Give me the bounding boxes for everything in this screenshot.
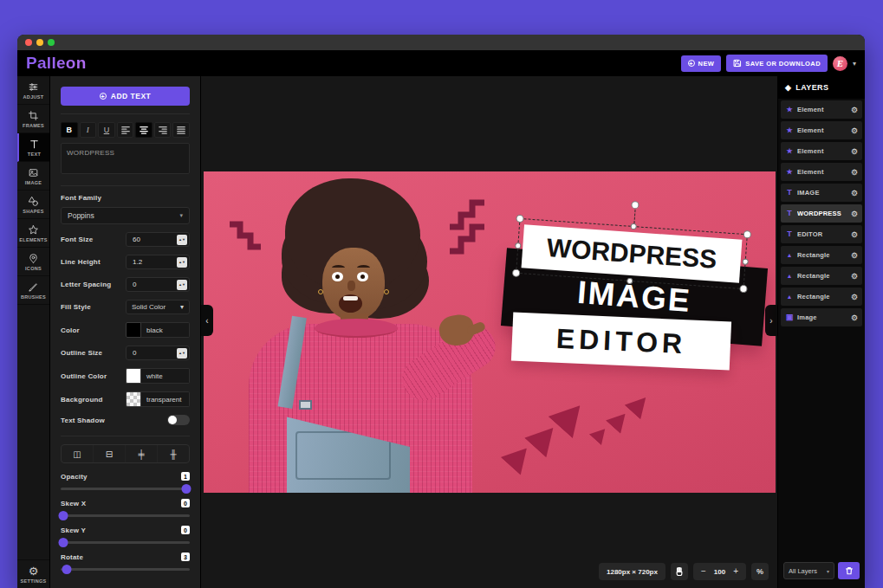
sidebar-item-text[interactable]: TEXT [17,133,49,162]
layer-row[interactable]: Rectangle [781,288,862,306]
layer-row[interactable]: EDITOR [781,225,862,243]
color-swatch[interactable] [126,322,141,338]
save-or-download-button[interactable]: SAVE OR DOWNLOAD [726,55,828,72]
user-avatar[interactable]: E [833,56,847,71]
layer-gear-icon[interactable] [851,168,858,177]
layer-gear-icon[interactable] [851,106,858,114]
slider-track[interactable] [61,488,190,490]
zoom-percent-button[interactable]: % [751,563,769,580]
pan-hand-button[interactable] [671,563,688,580]
text-content-textarea[interactable]: WORDPRESS [61,143,190,174]
sidebar-item-frames[interactable]: FRAMES [17,105,49,133]
align-justify-button[interactable] [172,122,190,138]
layer-gear-icon[interactable] [851,313,858,322]
align-right-button[interactable] [154,122,172,138]
outline-size-input[interactable]: ▲▼ [126,346,190,360]
rotate-handle[interactable] [631,201,640,210]
triangle-shape[interactable] [549,395,593,439]
underline-button[interactable]: U [98,122,115,138]
line-height-value[interactable] [133,258,166,266]
transparent-swatch[interactable] [126,391,141,407]
center-vertical-button[interactable]: ╫ [158,445,189,462]
background-color-picker[interactable]: transparent [126,391,190,407]
resize-handle[interactable] [630,223,636,229]
flip-horizontal-button[interactable]: ◫ [62,445,94,462]
resize-handle[interactable] [516,215,524,223]
center-horizontal-button[interactable]: ╪ [126,445,158,462]
font-size-value[interactable] [133,236,166,243]
maximize-window-button[interactable] [48,39,55,46]
layer-gear-icon[interactable] [851,230,858,239]
layer-row[interactable]: Image [781,308,862,326]
stepper-icon[interactable]: ▲▼ [177,280,187,290]
zoom-in-button[interactable]: + [733,567,738,576]
layer-gear-icon[interactable] [851,189,858,197]
sidebar-item-image[interactable]: IMAGE [17,162,49,191]
flip-vertical-button[interactable]: ⊟ [94,445,126,462]
delete-layer-button[interactable] [838,562,860,579]
italic-button[interactable]: I [80,122,97,138]
sidebar-item-shapes[interactable]: SHAPES [17,191,49,219]
collapse-left-panel-button[interactable]: ‹ [201,305,213,336]
layer-gear-icon[interactable] [851,210,858,218]
sidebar-item-adjust[interactable]: ADJUST [17,76,49,105]
layer-gear-icon[interactable] [851,293,858,301]
layer-row[interactable]: Element [781,142,862,160]
layer-gear-icon[interactable] [851,147,858,156]
letter-spacing-input[interactable]: ▲▼ [126,277,190,292]
resize-handle[interactable] [742,258,748,264]
new-button[interactable]: + NEW [681,55,722,72]
slider-track[interactable] [61,568,190,571]
zoom-out-button[interactable]: − [701,567,706,576]
add-text-button[interactable]: + ADD TEXT [61,87,190,106]
outline-color-swatch[interactable] [126,368,141,384]
sidebar-item-icons[interactable]: ICONS [17,248,49,276]
slider-track[interactable] [61,541,190,544]
text-shadow-toggle[interactable] [167,415,190,425]
layer-row[interactable]: WORDPRESS [781,204,862,223]
slider-thumb[interactable] [58,538,68,547]
fill-style-select[interactable]: Solid Color ▾ [126,300,190,314]
canvas-text-editor[interactable]: EDITOR [511,313,731,371]
minimize-window-button[interactable] [36,39,43,46]
layer-filter-select[interactable]: All Layers ▾ [783,562,834,579]
sidebar-item-elements[interactable]: ELEMENTS [17,219,49,248]
sidebar-item-brushes[interactable]: BRUSHES [17,276,49,305]
layer-row[interactable]: Element [781,121,862,139]
align-left-button[interactable] [117,122,134,138]
align-center-button[interactable] [135,122,153,138]
line-height-input[interactable]: ▲▼ [126,255,190,269]
triangle-shape[interactable] [501,439,537,475]
triangle-shape[interactable] [606,407,633,434]
font-size-input[interactable]: ▲▼ [126,232,190,247]
slider-thumb[interactable] [58,511,68,520]
slider-track[interactable] [61,514,190,517]
slider-thumb[interactable] [181,484,191,494]
stepper-icon[interactable]: ▲▼ [177,257,187,268]
layer-row[interactable]: Rectangle [781,246,862,264]
outline-size-value[interactable] [133,349,166,357]
font-family-select[interactable]: Poppins ▾ [61,207,190,224]
layer-row[interactable]: Rectangle [781,267,862,285]
outline-color-picker[interactable]: white [126,368,190,384]
close-window-button[interactable] [25,39,32,46]
layer-row[interactable]: IMAGE [781,184,862,202]
stepper-icon[interactable]: ▲▼ [177,348,187,359]
triangle-shape[interactable] [625,391,654,420]
photo-subject-woman[interactable] [204,171,498,493]
resize-handle[interactable] [515,242,521,249]
bold-button[interactable]: B [61,122,78,138]
slider-thumb[interactable] [62,565,72,574]
resize-handle[interactable] [743,230,752,239]
stepper-icon[interactable]: ▲▼ [177,235,187,245]
color-picker[interactable]: black [126,322,190,338]
triangle-shape[interactable] [589,423,611,445]
sidebar-item-settings[interactable]: ⚙ SETTINGS [17,559,49,588]
account-menu-caret-icon[interactable]: ▾ [853,60,856,68]
canvas[interactable]: IMAGE EDITOR WORDPRESS [204,171,776,493]
layer-gear-icon[interactable] [851,251,858,260]
collapse-right-panel-button[interactable]: › [765,305,777,336]
letter-spacing-value[interactable] [133,281,166,288]
layer-row[interactable]: Element [781,100,862,119]
layer-gear-icon[interactable] [851,126,858,135]
